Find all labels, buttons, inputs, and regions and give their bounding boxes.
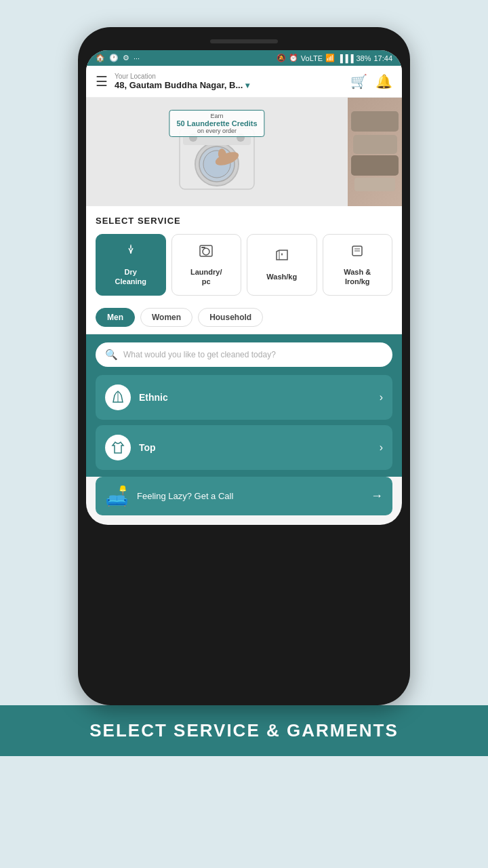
select-service-title: SELECT SERVICE (96, 216, 392, 226)
signal-icon: ▐▐▐ (338, 54, 353, 62)
search-placeholder: What would you like to get cleaned today… (123, 350, 276, 359)
svg-rect-11 (351, 155, 399, 176)
on-every-order-text: on every order (176, 127, 257, 134)
ethnic-icon (105, 384, 131, 410)
promotional-banner: Earn 50 Launderette Credits on every ord… (86, 98, 402, 206)
tab-men[interactable]: Men (96, 308, 135, 327)
wash-iron-kg-icon (349, 243, 365, 263)
couch-icon: 🛋️ (105, 485, 129, 507)
status-bar: 🏠 🕐 ⚙ ··· 🔕 ⏰ VoLTE 📶 ▐▐▐ 38% 17:44 (86, 50, 402, 66)
header-right-actions: 🛒 🔔 (350, 73, 392, 90)
bottom-title-bar: SELECT SERVICE & GARMENTS (0, 705, 488, 756)
lazy-call-banner[interactable]: 🛋️ Feeling Lazy? Get a Call → (96, 477, 392, 515)
lazy-call-arrow-icon: → (371, 489, 383, 503)
service-card-dry-cleaning[interactable]: DryCleaning (96, 234, 166, 296)
service-card-wash-kg[interactable]: Wash/kg (247, 234, 317, 296)
location-address[interactable]: 48, Gautam Buddha Nagar, B... ▾ (115, 80, 249, 90)
lazy-call-text: Feeling Lazy? Get a Call (137, 491, 363, 501)
volte-indicator: VoLTE (301, 54, 323, 62)
wifi-icon: 📶 (325, 54, 335, 62)
service-card-wash-iron-kg[interactable]: Wash &Iron/kg (323, 234, 393, 296)
your-location-label: Your Location (115, 73, 249, 80)
select-service-section: SELECT SERVICE DryCleaning Laundry/pc (86, 206, 402, 301)
category-tabs: Men Women Household (86, 301, 402, 334)
earn-text: Earn (176, 113, 257, 119)
cart-icon[interactable]: 🛒 (350, 73, 367, 90)
ethnic-chevron-icon: › (380, 391, 383, 403)
search-bar[interactable]: 🔍 What would you like to get cleaned tod… (96, 342, 392, 367)
credits-amount: 50 Launderette Credits (176, 119, 257, 127)
phone-shell: 🏠 🕐 ⚙ ··· 🔕 ⏰ VoLTE 📶 ▐▐▐ 38% 17:44 ☰ Yo… (78, 27, 410, 705)
svg-rect-9 (351, 111, 399, 132)
service-cards-row: DryCleaning Laundry/pc Wash/kg (96, 234, 392, 296)
banner-side-image (348, 98, 402, 206)
battery-level: 38% (356, 54, 371, 62)
service-card-laundry-pc[interactable]: Laundry/pc (171, 234, 242, 296)
ethnic-item-left: Ethnic (105, 384, 168, 410)
clock-time: 17:44 (373, 54, 392, 62)
dry-cleaning-icon (123, 243, 139, 263)
home-icon: 🏠 (96, 54, 105, 62)
svg-point-14 (203, 248, 209, 255)
category-item-ethnic[interactable]: Ethnic › (96, 375, 392, 420)
top-item-left: Top (105, 435, 156, 460)
address-text: 48, Gautam Buddha Nagar, B... (115, 80, 243, 90)
svg-rect-12 (354, 178, 395, 191)
location-dropdown-icon: ▾ (245, 81, 249, 90)
search-icon: 🔍 (105, 349, 118, 361)
laundry-pc-icon (198, 243, 214, 263)
laundry-pc-label: Laundry/pc (190, 267, 222, 287)
tab-household[interactable]: Household (198, 308, 263, 327)
bottom-title-text: SELECT SERVICE & GARMENTS (89, 720, 398, 741)
notification-bell-icon[interactable]: 🔔 (375, 73, 392, 90)
category-items-list: Ethnic › Top › (86, 375, 402, 477)
svg-rect-15 (201, 247, 205, 248)
status-right-info: 🔕 ⏰ VoLTE 📶 ▐▐▐ 38% 17:44 (277, 54, 392, 62)
towels-svg (348, 98, 402, 206)
top-chevron-icon: › (380, 441, 383, 454)
phone-notch (210, 39, 278, 43)
wash-kg-icon (274, 248, 290, 268)
header-left: ☰ Your Location 48, Gautam Buddha Nagar,… (96, 73, 249, 90)
search-section: 🔍 What would you like to get cleaned tod… (86, 334, 402, 375)
clock-icon: 🕐 (109, 54, 119, 62)
svg-rect-10 (353, 135, 397, 154)
header: ☰ Your Location 48, Gautam Buddha Nagar,… (86, 66, 402, 98)
location-block[interactable]: Your Location 48, Gautam Buddha Nagar, B… (115, 73, 249, 90)
more-icon: ··· (134, 54, 140, 62)
top-label: Top (139, 442, 156, 453)
phone-screen: 🏠 🕐 ⚙ ··· 🔕 ⏰ VoLTE 📶 ▐▐▐ 38% 17:44 ☰ Yo… (86, 50, 402, 525)
credits-banner-box: Earn 50 Launderette Credits on every ord… (169, 110, 264, 137)
settings-icon: ⚙ (123, 54, 129, 62)
mute-icon: 🔕 (277, 54, 286, 62)
menu-button[interactable]: ☰ (96, 73, 108, 90)
alarm-icon: ⏰ (289, 54, 298, 62)
category-item-top[interactable]: Top › (96, 425, 392, 470)
top-icon (105, 435, 131, 460)
wash-iron-kg-label: Wash &Iron/kg (344, 267, 371, 287)
dry-cleaning-label: DryCleaning (115, 267, 146, 287)
ethnic-label: Ethnic (139, 392, 168, 403)
wash-kg-label: Wash/kg (266, 272, 297, 281)
tab-women[interactable]: Women (140, 308, 192, 327)
status-left-icons: 🏠 🕐 ⚙ ··· (96, 54, 140, 62)
banner-main-image: Earn 50 Launderette Credits on every ord… (86, 98, 348, 206)
